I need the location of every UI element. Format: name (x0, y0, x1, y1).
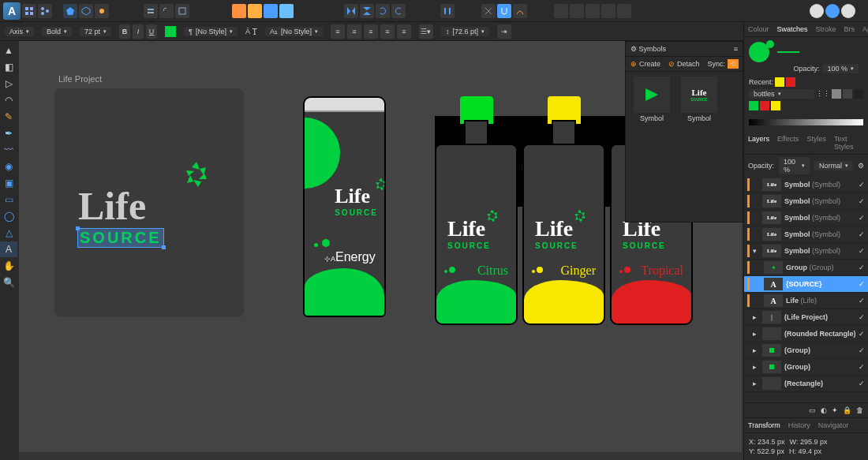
layer-row[interactable]: ▸(Rectangle) ✓ (744, 376, 868, 392)
layer-row[interactable]: ▸(Rounded Rectangle) ✓ (744, 326, 868, 342)
layer-add-icon[interactable]: ▭ (809, 406, 816, 414)
tb-arc-icon[interactable] (513, 4, 527, 18)
node-tool-icon[interactable]: ▷ (0, 76, 17, 92)
layer-row[interactable]: A{SOURCE} ✓ (744, 276, 868, 293)
layer-delete-icon[interactable]: 🗑 (856, 406, 863, 414)
tab-stroke[interactable]: Stroke (812, 22, 840, 36)
tb-help-icon[interactable] (841, 4, 855, 18)
hand-tool-icon[interactable]: ✋ (0, 258, 17, 274)
swatch[interactable] (760, 101, 769, 110)
layer-opacity-dropdown[interactable]: 100 % (779, 157, 810, 174)
char-style-dropdown[interactable]: ¶[No Style] (184, 27, 238, 36)
swatch[interactable] (786, 77, 795, 87)
tb-order3-icon[interactable] (264, 4, 278, 18)
gradient-slider[interactable] (749, 119, 863, 125)
crop-tool-icon[interactable]: ▣ (0, 175, 17, 191)
close-icon[interactable]: ≡ (734, 45, 738, 53)
bold-icon[interactable]: B (119, 24, 130, 39)
tab-text-styles[interactable]: Text Styles (830, 132, 868, 154)
tb-cloud-icon[interactable] (825, 4, 840, 18)
tb-order2-icon[interactable] (248, 4, 262, 18)
tb-flip-h-icon[interactable] (344, 4, 358, 18)
tb-magnet-icon[interactable] (497, 4, 511, 18)
tb-flip-v-icon[interactable] (360, 4, 374, 18)
h-value[interactable]: 49.4 px (799, 447, 822, 455)
layer-lock-icon[interactable]: 🔒 (843, 406, 851, 414)
swatch[interactable] (843, 89, 852, 99)
tab-effects[interactable]: Effects (773, 132, 803, 154)
swatch[interactable] (771, 101, 780, 110)
swatch[interactable] (832, 89, 841, 99)
blend-mode-dropdown[interactable]: Normal (814, 161, 853, 170)
corner-tool-icon[interactable]: ◠ (0, 92, 17, 108)
y-value[interactable]: 522.9 px (758, 447, 785, 455)
tab-brushes[interactable]: Brs (840, 22, 859, 36)
swatch[interactable] (749, 101, 758, 110)
tb-user-icon[interactable] (810, 4, 824, 18)
tab-colour[interactable]: Colour (744, 22, 773, 36)
symbols-detach-button[interactable]: ⊘Detach (668, 60, 700, 68)
tab-icon[interactable]: ⇥ (497, 24, 511, 39)
layer-opts-icon[interactable]: ⚙ (858, 162, 864, 170)
symbols-sync-toggle[interactable]: Sync:⟲ (708, 59, 739, 69)
tb-hexagon-icon[interactable] (79, 4, 93, 18)
layer-mask-icon[interactable]: ◐ (821, 406, 827, 414)
align-right-icon[interactable]: ≡ (364, 24, 378, 39)
triangle-tool-icon[interactable]: △ (0, 225, 17, 241)
text-tool-icon[interactable]: A (0, 241, 17, 257)
font-weight-dropdown[interactable]: Bold (42, 27, 72, 36)
tb-rotate2-icon[interactable] (391, 4, 406, 18)
layer-row[interactable]: ALife (Life)✓ (744, 293, 868, 309)
artboard-tool-icon[interactable]: ◧ (0, 59, 17, 75)
tab-history[interactable]: History (784, 418, 814, 432)
layer-row[interactable]: LifeSymbol (Symbol)✓ (744, 226, 868, 243)
tb-bool4-icon[interactable] (601, 4, 615, 18)
move-tool-icon[interactable]: ▲ (0, 43, 17, 58)
swatch-opts-icon[interactable]: ⋮⋮ (816, 90, 830, 98)
tb-bool5-icon[interactable] (617, 4, 631, 18)
layer-row[interactable]: LifeSymbol (Symbol)✓ (744, 177, 868, 193)
pen-tool-icon[interactable]: ✒ (0, 125, 17, 141)
tb-share-icon[interactable] (38, 4, 52, 18)
tb-grid-icon[interactable] (22, 4, 36, 18)
layer-row[interactable]: ✦Group (Group)✓ (744, 260, 868, 276)
tb-order-icon[interactable] (232, 4, 246, 18)
leading-dropdown[interactable]: ↕[72.6 pt] (441, 27, 489, 36)
layer-adj-icon[interactable]: ✦ (832, 406, 838, 414)
tb-snap-icon[interactable] (481, 4, 496, 18)
symbol-thumb[interactable]: LifeSOURCESymbol (678, 77, 720, 122)
tb-sun-icon[interactable] (95, 4, 109, 18)
collection-dropdown[interactable]: bottles (749, 89, 814, 99)
symbols-create-button[interactable]: ⊕Create (630, 60, 660, 68)
text-color-swatch[interactable] (165, 26, 176, 37)
bottle-citrus[interactable]: LifeSOURCE Citrus (435, 96, 518, 325)
swatch[interactable] (775, 77, 784, 87)
w-value[interactable]: 295.9 px (800, 438, 828, 446)
bottle-ginger[interactable]: LifeSOURCE Ginger (522, 96, 605, 325)
tb-corners-icon[interactable] (159, 4, 174, 18)
zoom-tool-icon[interactable]: 🔍 (0, 275, 17, 290)
fill-color-indicator[interactable] (749, 42, 769, 62)
source-text-selected[interactable]: SOURCE (78, 229, 163, 247)
swatch[interactable] (854, 89, 863, 99)
tab-transform[interactable]: Transform (744, 418, 784, 432)
align-justify-icon[interactable]: ≡ (380, 24, 395, 39)
tab-navigator[interactable]: Navigator (814, 418, 853, 432)
fill-tool-icon[interactable]: ◉ (0, 159, 17, 174)
layer-row[interactable]: ▸(Group) ✓ (744, 359, 868, 376)
pencil-tool-icon[interactable]: ✎ (0, 109, 17, 125)
layer-row[interactable]: LifeSymbol (Symbol)✓ (744, 193, 868, 210)
para-style-dropdown[interactable]: A₁[No Style] (265, 27, 323, 36)
stroke-indicator[interactable] (777, 51, 799, 53)
layer-row[interactable]: ▾LifeSymbol (Symbol)✓ (744, 243, 868, 260)
tb-align-icon[interactable] (144, 4, 158, 18)
italic-icon[interactable]: I (133, 24, 144, 39)
tab-appearance[interactable]: Apr (859, 22, 868, 36)
opacity-dropdown[interactable]: 100 % (822, 64, 859, 73)
tab-styles[interactable]: Styles (803, 132, 830, 154)
can-artwork[interactable]: Life SOURCE ⊹AEnergy (303, 96, 386, 317)
align-last-icon[interactable]: ≡ (397, 24, 411, 39)
layer-row[interactable]: ▸(Group) ✓ (744, 342, 868, 359)
tb-pentagon-icon[interactable] (63, 4, 77, 18)
tb-bool2-icon[interactable] (570, 4, 584, 18)
